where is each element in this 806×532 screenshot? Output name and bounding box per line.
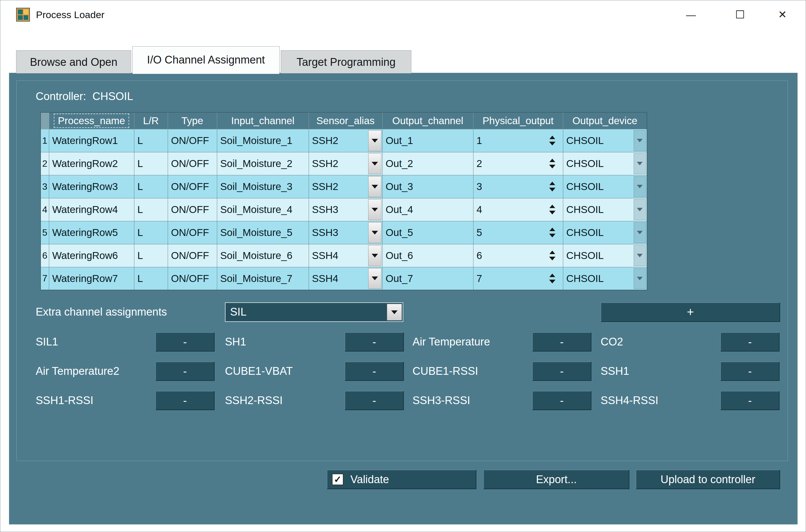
extra-channel-item-sil1: SIL1-: [36, 332, 215, 352]
extra-channel-label: SSH1-RSSI: [36, 391, 93, 410]
tab-i-o-channel-assignment[interactable]: I/O Channel Assignment: [132, 46, 280, 74]
extra-channel-label: CUBE1-RSSI: [413, 362, 478, 381]
extra-channel-item-cube1-vbat: CUBE1-VBAT-: [225, 362, 404, 381]
validate-button[interactable]: ✓ Validate: [327, 470, 476, 489]
remove-channel-button[interactable]: -: [345, 362, 404, 381]
remove-channel-button[interactable]: -: [345, 332, 404, 352]
remove-channel-button[interactable]: -: [720, 362, 780, 381]
remove-channel-button[interactable]: -: [720, 391, 780, 410]
extra-channel-label: SSH1: [601, 362, 629, 381]
validate-label: Validate: [350, 471, 389, 488]
tab-browse-and-open[interactable]: Browse and Open: [16, 50, 131, 73]
title-bar: Process Loader — ☐ ✕: [0, 0, 806, 29]
tab-target-programming[interactable]: Target Programming: [281, 50, 411, 73]
app-icon: [16, 8, 30, 22]
window-title: Process Loader: [36, 0, 105, 29]
export-button[interactable]: Export...: [483, 470, 629, 489]
extra-channel-label: Air Temperature: [413, 332, 490, 352]
extra-channel-grid: SIL1-SH1-Air Temperature-CO2-Air Tempera…: [9, 73, 798, 524]
remove-channel-button[interactable]: -: [345, 391, 404, 410]
remove-channel-button[interactable]: -: [155, 362, 215, 381]
extra-channel-item-air-temperature: Air Temperature-: [413, 332, 591, 352]
validate-checkbox[interactable]: ✓: [332, 474, 344, 485]
extra-channel-label: CO2: [601, 332, 623, 352]
extra-channel-item-ssh2-rssi: SSH2-RSSI-: [225, 391, 404, 410]
check-icon: ✓: [334, 474, 342, 485]
extra-channel-item-co2: CO2-: [601, 332, 780, 352]
remove-channel-button[interactable]: -: [720, 332, 780, 352]
extra-channel-label: SSH3-RSSI: [413, 391, 470, 410]
extra-channel-label: Air Temperature2: [36, 362, 120, 381]
maximize-icon[interactable]: ☐: [724, 0, 756, 29]
remove-channel-button[interactable]: -: [155, 332, 215, 352]
extra-channel-label: SIL1: [36, 332, 58, 352]
process-loader-window: Process Loader — ☐ ✕ Browse and OpenI/O …: [0, 0, 806, 532]
extra-channel-label: CUBE1-VBAT: [225, 362, 293, 381]
close-icon[interactable]: ✕: [767, 0, 798, 29]
extra-channel-item-ssh1: SSH1-: [601, 362, 780, 381]
upload-to-controller-button[interactable]: Upload to controller: [636, 470, 780, 489]
remove-channel-button[interactable]: -: [155, 391, 215, 410]
extra-channel-label: SH1: [225, 332, 246, 352]
extra-channel-label: SSH2-RSSI: [225, 391, 283, 410]
extra-channel-item-ssh4-rssi: SSH4-RSSI-: [601, 391, 780, 410]
remove-channel-button[interactable]: -: [532, 391, 591, 410]
minimize-icon[interactable]: —: [675, 0, 707, 29]
extra-channel-item-ssh3-rssi: SSH3-RSSI-: [413, 391, 591, 410]
extra-channel-label: SSH4-RSSI: [601, 391, 658, 410]
extra-channel-item-cube1-rssi: CUBE1-RSSI-: [413, 362, 591, 381]
io-channel-assignment-panel: Controller: CHSOIL Process_nameL/RTypeIn…: [9, 73, 798, 525]
extra-channel-item-air-temperature2: Air Temperature2-: [36, 362, 215, 381]
remove-channel-button[interactable]: -: [532, 332, 591, 352]
remove-channel-button[interactable]: -: [532, 362, 591, 381]
extra-channel-item-sh1: SH1-: [225, 332, 404, 352]
tab-bar: Browse and OpenI/O Channel AssignmentTar…: [16, 46, 411, 73]
extra-channel-item-ssh1-rssi: SSH1-RSSI-: [36, 391, 215, 410]
